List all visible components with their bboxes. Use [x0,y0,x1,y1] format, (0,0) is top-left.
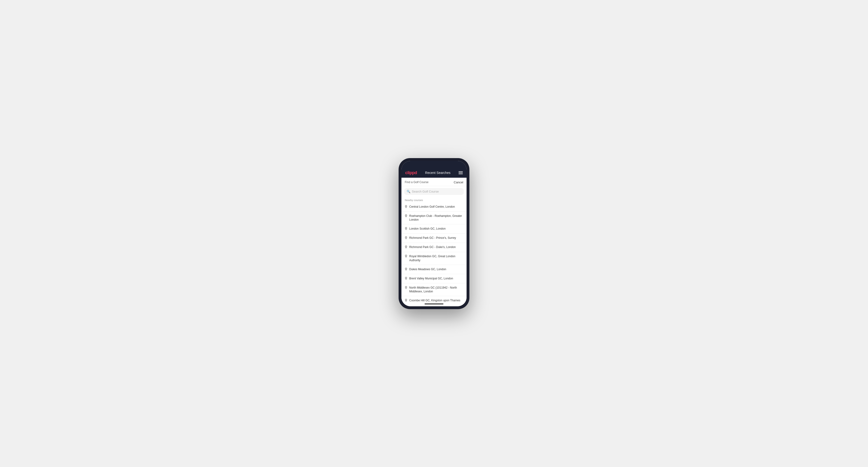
app-logo: clippd [405,170,417,175]
location-pin-icon [405,214,407,218]
phone-screen: clippd Recent Searches Find a Golf Cours… [401,161,467,306]
course-name: Central London Golf Centre, London [409,205,455,209]
course-list-item[interactable]: Roehampton Club - Roehampton, Greater Lo… [401,212,467,225]
course-list-item[interactable]: Dukes Meadows GC, London [401,265,467,274]
course-name: Brent Valley Municipal GC, London [409,277,453,281]
home-indicator [425,304,443,304]
location-pin-icon [405,205,407,209]
location-pin-icon [405,255,407,259]
app-header: clippd Recent Searches [401,168,467,178]
course-list-item[interactable]: Richmond Park GC - Duke's, London [401,243,467,252]
course-name: Royal Wimbledon GC, Great London Authori… [409,254,463,262]
location-pin-icon [405,277,407,281]
course-name: North Middlesex GC (1011942 - North Midd… [409,286,463,294]
location-pin-icon [405,268,407,272]
course-list-item[interactable]: Royal Wimbledon GC, Great London Authori… [401,252,467,265]
location-pin-icon [405,286,407,290]
location-pin-icon [405,245,407,249]
location-pin-icon [405,236,407,240]
course-list-item[interactable]: North Middlesex GC (1011942 - North Midd… [401,283,467,297]
nearby-header: Nearby courses [401,197,467,203]
find-bar: Find a Golf Course Cancel [401,178,467,186]
status-bar [401,161,467,168]
cancel-button[interactable]: Cancel [454,181,463,184]
search-icon: 🔍 [407,190,410,193]
nearby-section: Nearby courses Central London Golf Centr… [401,197,467,302]
search-container: 🔍 [401,186,467,197]
search-input[interactable] [412,190,461,193]
course-list-item[interactable]: Brent Valley Municipal GC, London [401,274,467,283]
course-list-item[interactable]: London Scottish GC, London [401,224,467,234]
course-list: Central London Golf Centre, LondonRoeham… [401,203,467,302]
course-name: Coombe Hill GC, Kingston upon Thames [409,299,460,302]
home-indicator-wrapper [401,302,467,306]
hamburger-menu-icon[interactable] [459,171,463,174]
course-list-item[interactable]: Richmond Park GC - Prince's, Surrey [401,234,467,243]
search-input-wrapper: 🔍 [404,188,464,195]
course-name: Richmond Park GC - Prince's, Surrey [409,236,456,240]
course-list-item[interactable]: Central London Golf Centre, London [401,203,467,212]
course-name: Richmond Park GC - Duke's, London [409,245,456,249]
course-name: London Scottish GC, London [409,227,445,231]
header-title: Recent Searches [425,171,450,175]
phone-device: clippd Recent Searches Find a Golf Cours… [399,158,469,309]
course-name: Dukes Meadows GC, London [409,268,446,271]
location-pin-icon [405,227,407,231]
course-list-item[interactable]: Coombe Hill GC, Kingston upon Thames [401,296,467,302]
content-area: Find a Golf Course Cancel 🔍 Nearby cours… [401,178,467,302]
location-pin-icon [405,299,407,302]
find-label: Find a Golf Course [405,181,429,184]
course-name: Roehampton Club - Roehampton, Greater Lo… [409,214,463,222]
